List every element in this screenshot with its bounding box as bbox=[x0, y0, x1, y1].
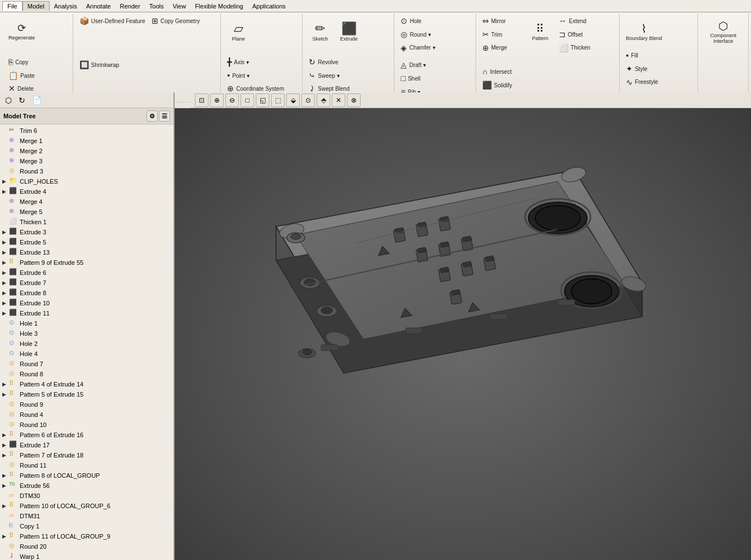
tree-item-round20[interactable]: ◎ Round 20 bbox=[0, 541, 174, 552]
tree-item-round10[interactable]: ◎ Round 10 bbox=[0, 420, 174, 430]
tree-item-copy1[interactable]: ⎘ Copy 1 bbox=[0, 521, 174, 531]
extrude4-arrow[interactable]: ▶ bbox=[2, 189, 9, 194]
extrude17-arrow[interactable]: ▶ bbox=[2, 442, 9, 448]
menu-annotate[interactable]: Annotate bbox=[82, 2, 115, 11]
tree-item-extrude5[interactable]: ▶ ⬛ Extrude 5 bbox=[0, 237, 174, 247]
tree-item-hole3[interactable]: ⊙ Hole 3 bbox=[0, 328, 174, 339]
extrude13-arrow[interactable]: ▶ bbox=[2, 250, 9, 255]
tree-item-merge4[interactable]: ⊕ Merge 4 bbox=[0, 197, 174, 207]
offset-button[interactable]: ⊐ Offset bbox=[556, 28, 601, 41]
model-tree-content[interactable]: ✂ Trim 6 ⊕ Merge 1 ⊕ Merge 2 ⊕ Merge 3 ◎ bbox=[0, 125, 174, 560]
tree-item-round8[interactable]: ◎ Round 8 bbox=[0, 369, 174, 379]
tree-item-extrude13[interactable]: ▶ ⬛ Extrude 13 bbox=[0, 247, 174, 257]
view-spin-btn[interactable]: ⬚ bbox=[271, 94, 285, 107]
round-button[interactable]: ◎ Round ▾ bbox=[398, 28, 443, 41]
view-refit-btn[interactable]: ◱ bbox=[256, 94, 269, 107]
view-zoom-btn[interactable]: ⊙ bbox=[301, 94, 315, 107]
tree-item-trim6[interactable]: ✂ Trim 6 bbox=[0, 126, 174, 136]
tree-item-pattern9[interactable]: ▶ ⠿ Pattern 9 of Extrude 55 bbox=[0, 257, 174, 268]
tree-item-round11[interactable]: ◎ Round 11 bbox=[0, 460, 174, 470]
pattern-button[interactable]: ⠿ Pattern bbox=[526, 15, 554, 48]
paste-button[interactable]: 📋 Paste bbox=[6, 69, 51, 82]
tree-item-extrude10[interactable]: ▶ ⬛ Extrude 10 bbox=[0, 298, 174, 308]
pattern6-arrow[interactable]: ▶ bbox=[2, 432, 9, 438]
menu-flexible-modeling[interactable]: Flexible Modeling bbox=[190, 2, 248, 11]
extrude8-arrow[interactable]: ▶ bbox=[2, 290, 9, 296]
view-box-btn[interactable]: □ bbox=[241, 94, 254, 107]
tree-item-extrude8[interactable]: ▶ ⬛ Extrude 8 bbox=[0, 288, 174, 298]
extrude7-arrow[interactable]: ▶ bbox=[2, 280, 9, 286]
tree-item-extrude11[interactable]: ▶ ⬛ Extrude 11 bbox=[0, 308, 174, 318]
menu-applications[interactable]: Applications bbox=[248, 2, 290, 11]
tree-item-hole2[interactable]: ⊙ Hole 2 bbox=[0, 339, 174, 349]
tree-item-dtm30[interactable]: ▱ DTM30 bbox=[0, 491, 174, 501]
pattern7-arrow[interactable]: ▶ bbox=[2, 452, 9, 458]
tree-item-round9[interactable]: ◎ Round 9 bbox=[0, 399, 174, 410]
extrude-button[interactable]: ⬛ Extrude bbox=[335, 15, 363, 48]
tree-item-extrude7[interactable]: ▶ ⬛ Extrude 7 bbox=[0, 278, 174, 288]
view-shading-btn[interactable]: ⬘ bbox=[317, 94, 330, 107]
hole-button[interactable]: ⊙ Hole bbox=[398, 15, 443, 28]
pattern11-arrow[interactable]: ▶ bbox=[2, 534, 9, 539]
menu-tools[interactable]: Tools bbox=[145, 2, 168, 11]
tree-item-extrude3[interactable]: ▶ ⬛ Extrude 3 bbox=[0, 227, 174, 237]
revolve-button[interactable]: ↻ Revolve bbox=[306, 56, 352, 69]
viewport[interactable] bbox=[175, 108, 751, 560]
thicken-button[interactable]: ⬜ Thicken bbox=[556, 42, 601, 55]
menu-analysis[interactable]: Analysis bbox=[50, 2, 82, 11]
tree-settings-btn[interactable]: ⚙ bbox=[146, 110, 158, 122]
tree-item-warp1[interactable]: ⤸ Warp 1 bbox=[0, 552, 174, 560]
quick-btn-1[interactable]: ⬡ bbox=[2, 94, 15, 106]
fill-button[interactable]: ▪ Fill bbox=[623, 49, 668, 62]
pattern10-arrow[interactable]: ▶ bbox=[2, 503, 9, 509]
quick-btn-3[interactable]: 📄 bbox=[29, 94, 45, 106]
extrude3-arrow[interactable]: ▶ bbox=[2, 229, 9, 235]
shrinkwrap-button[interactable]: 🔲 Shrinkwrap bbox=[77, 59, 122, 72]
view-hidden-btn[interactable]: ⊗ bbox=[347, 94, 361, 107]
menu-file[interactable]: File bbox=[2, 1, 23, 11]
view-zoom-in-btn[interactable]: ⊕ bbox=[210, 94, 224, 107]
regenerate-button[interactable]: ⟳ Regenerate bbox=[6, 15, 38, 48]
pattern8-arrow[interactable]: ▶ bbox=[2, 473, 9, 478]
extrude6-arrow[interactable]: ▶ bbox=[2, 270, 9, 275]
quick-btn-2[interactable]: ↻ bbox=[16, 94, 28, 106]
tree-item-pattern8[interactable]: ▶ ⠿ Pattern 8 of LOCAL_GROUP bbox=[0, 470, 174, 481]
merge-button[interactable]: ⊕ Merge bbox=[479, 42, 525, 55]
view-pan-btn[interactable]: ⬙ bbox=[286, 94, 300, 107]
menu-model[interactable]: Model bbox=[23, 1, 50, 11]
chamfer-button[interactable]: ◈ Chamfer ▾ bbox=[398, 42, 443, 55]
tree-item-pattern7[interactable]: ▶ ⠿ Pattern 7 of Extrude 18 bbox=[0, 450, 174, 460]
menu-view[interactable]: View bbox=[168, 2, 190, 11]
plane-button[interactable]: ▱ Plane bbox=[224, 15, 252, 48]
clip-holes-arrow[interactable]: ▶ bbox=[2, 179, 9, 184]
draft-button[interactable]: ◬ Draft ▾ bbox=[398, 59, 443, 72]
tree-item-extrude6[interactable]: ▶ ⬛ Extrude 6 bbox=[0, 268, 174, 278]
intersect-button[interactable]: ∩ Intersect bbox=[479, 65, 525, 78]
extrude56-arrow[interactable]: ▶ bbox=[2, 483, 9, 488]
tree-item-round7[interactable]: ◎ Round 7 bbox=[0, 359, 174, 369]
tree-item-pattern10[interactable]: ▶ ⠿ Pattern 10 of LOCAL_GROUP_6 bbox=[0, 501, 174, 511]
view-zoom-out-btn[interactable]: ⊖ bbox=[225, 94, 239, 107]
view-fit-btn[interactable]: ⊡ bbox=[195, 94, 208, 107]
copy-button[interactable]: ⎘ Copy bbox=[6, 56, 51, 69]
menu-render[interactable]: Render bbox=[115, 2, 145, 11]
tree-item-hole4[interactable]: ⊙ Hole 4 bbox=[0, 349, 174, 359]
view-wireframe-btn[interactable]: ✕ bbox=[332, 94, 345, 107]
tree-item-extrude56[interactable]: ▶ 70 Extrude 56 bbox=[0, 481, 174, 491]
mirror-button[interactable]: ⇔ Mirror bbox=[479, 15, 525, 28]
boundary-blend-button[interactable]: ⌇ Boundary Blend bbox=[623, 15, 665, 48]
tree-item-merge2[interactable]: ⊕ Merge 2 bbox=[0, 146, 174, 156]
tree-item-extrude17[interactable]: ▶ ⬛ Extrude 17 bbox=[0, 440, 174, 450]
axis-button[interactable]: ╋ Axis ▾ bbox=[224, 56, 287, 69]
user-defined-feature-button[interactable]: 📦 User-Defined Feature bbox=[77, 15, 148, 28]
point-button[interactable]: • Point ▾ bbox=[224, 69, 287, 82]
tree-item-merge3[interactable]: ⊕ Merge 3 bbox=[0, 156, 174, 166]
freestyle-button[interactable]: ∿ Freestyle bbox=[623, 76, 668, 89]
tree-filter-btn[interactable]: ☰ bbox=[159, 110, 170, 122]
tree-item-round4[interactable]: ◎ Round 4 bbox=[0, 410, 174, 420]
extend-button[interactable]: ↔ Extend bbox=[556, 15, 601, 28]
tree-item-merge1[interactable]: ⊕ Merge 1 bbox=[0, 136, 174, 146]
component-interface-button[interactable]: ⬡ Component Interface bbox=[701, 15, 745, 48]
tree-item-hole1[interactable]: ⊙ Hole 1 bbox=[0, 318, 174, 328]
shell-button[interactable]: □ Shell bbox=[398, 72, 443, 85]
